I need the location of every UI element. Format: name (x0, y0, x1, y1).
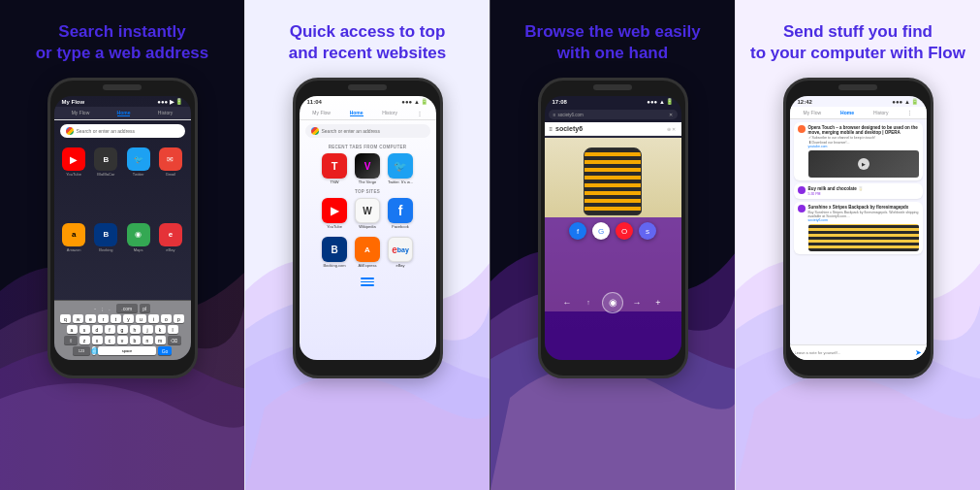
share-btn[interactable]: ↑ (581, 295, 596, 310)
recent-sites: T TNW V The Verge 🐦 Twitter. It's w... (300, 151, 436, 186)
video-thumb[interactable]: ▶ (808, 150, 919, 178)
key-row-bottom: 123 🌐 space Go (57, 346, 188, 355)
google-logo-2 (311, 127, 319, 135)
app-booking[interactable]: B Booking (92, 223, 120, 295)
site-ebay[interactable]: ebay eBay (388, 237, 413, 268)
status-bar-3: 17:08 ●●● ▲ 🔋 (545, 96, 681, 107)
key-row-1: qwertyuiop (57, 314, 188, 323)
tab-bar-2: My Flow Home History ⋮ (300, 107, 436, 120)
app-maps[interactable]: ◉ Maps (124, 223, 152, 295)
browser-controls: f G O s ← ↑ ◉ → + (545, 217, 681, 360)
panel-3-title: Browse the web easily with one hand (524, 21, 700, 64)
flow-input[interactable] (795, 350, 912, 355)
phone-3: 17:08 ●●● ▲ 🔋 ≡ society6.com ✕ ≡ society… (538, 78, 688, 378)
panel-1-title: Search instantly or type a web address (36, 21, 209, 64)
product-thumb (808, 224, 919, 251)
phone-4: 12:42 ●●● ▲ 🔋 My Flow Home History ⋮ Ope… (783, 78, 933, 378)
send-btn[interactable]: ➤ (915, 348, 922, 357)
panel-browse: Browse the web easily with one hand 17:0… (490, 0, 735, 490)
flow-msg-milk[interactable]: Buy milk and chocolate 🥛 5:30 PM (794, 183, 923, 199)
search-bar-2[interactable]: Search or enter an address (305, 124, 430, 138)
back-btn[interactable]: ← (559, 295, 575, 310)
more-btn[interactable]: + (650, 295, 666, 310)
flow-messages: Opera Touch – a browser designed to be u… (790, 119, 927, 344)
top-label: TOP SITES (300, 186, 436, 196)
phone-2: 11:04 ●●● ▲ 🔋 My Flow Home History ⋮ Sea… (293, 78, 443, 378)
app-ebay[interactable]: e eBay (156, 223, 184, 295)
site-facebook[interactable]: f Facebook (388, 198, 413, 229)
status-bar-2: 11:04 ●●● ▲ 🔋 (300, 96, 436, 107)
play-button[interactable]: ▶ (858, 158, 869, 170)
site-youtube[interactable]: ▶ YouTube (322, 198, 347, 229)
product-display: ≡ society6 ⊕ ✕ (545, 122, 681, 360)
site-wikipedia[interactable]: W Wikipedia (355, 198, 380, 229)
keyboard[interactable]: - ; . .com pl qwertyuiop asdfghjkl ⇧ z (54, 300, 191, 360)
flow-tab-bar: My Flow Home History ⋮ (790, 107, 927, 119)
url-bar-3[interactable]: ≡ society6.com ✕ (549, 110, 678, 119)
key-row-punct: - ; . .com pl (57, 304, 188, 312)
panel-search: Search instantly or type a web address M… (0, 0, 244, 490)
status-bar-1: My Flow ●●● ▶ 🔋 (54, 96, 191, 107)
recent-label: RECENT TABS FROM COMPUTER (300, 142, 436, 151)
opera-overlay[interactable]: O (616, 222, 633, 240)
flow-input-bar: ➤ (790, 344, 927, 360)
status-bar-4: 12:42 ●●● ▲ 🔋 (790, 96, 927, 107)
site-verge[interactable]: V The Verge (355, 153, 380, 184)
google-logo (66, 127, 74, 135)
main-btn[interactable]: ◉ (602, 292, 623, 313)
hamburger-row (300, 270, 436, 294)
forward-btn[interactable]: → (629, 295, 645, 310)
site-twitter[interactable]: 🐦 Twitter. It's w... (388, 153, 413, 184)
top-sites: ▶ YouTube W Wikipedia f Facebook (300, 196, 436, 231)
site-tnw[interactable]: T TNW (322, 153, 347, 184)
google-overlay[interactable]: G (592, 222, 610, 240)
top-sites-2: B Booking.com A AliExpress ebay eBay (300, 235, 436, 270)
app-twitter[interactable]: 🐦 Twitter (124, 147, 152, 219)
panel-4-title: Send stuff you find to your computer wit… (750, 21, 965, 64)
panel-send: Send stuff you find to your computer wit… (735, 0, 980, 490)
app-gmail[interactable]: ✉ Gmail (156, 147, 184, 219)
key-row-3: ⇧ zxcvbnm ⌫ (57, 336, 188, 344)
app-b[interactable]: B BlaBlaCar (92, 147, 120, 219)
panel-2-title: Quick access to top and recent websites (289, 21, 447, 64)
site-booking[interactable]: B Booking.com (322, 237, 347, 268)
app-youtube[interactable]: ▶ YouTube (60, 147, 88, 219)
phone-1: My Flow ●●● ▶ 🔋 My Flow Home History Sea… (47, 78, 198, 378)
extra-overlay[interactable]: s (639, 222, 656, 240)
site-aliexpress[interactable]: A AliExpress (355, 237, 380, 268)
fb-overlay[interactable]: f (569, 222, 586, 240)
key-row-2: asdfghjkl (57, 325, 188, 334)
flow-msg-backpack[interactable]: Sunshine x Stripes Backpack by floresima… (794, 202, 923, 254)
app-grid-1: ▶ YouTube B BlaBlaCar 🐦 Twitter ✉ Gmail (54, 142, 191, 300)
flow-msg-opera[interactable]: Opera Touch – a browser designed to be u… (794, 122, 923, 180)
app-amazon[interactable]: a Amazon (60, 223, 88, 295)
panel-quick-access: Quick access to top and recent websites … (244, 0, 490, 490)
search-bar-1[interactable]: Search or enter an address (60, 124, 185, 138)
hamburger-menu[interactable] (361, 278, 374, 286)
